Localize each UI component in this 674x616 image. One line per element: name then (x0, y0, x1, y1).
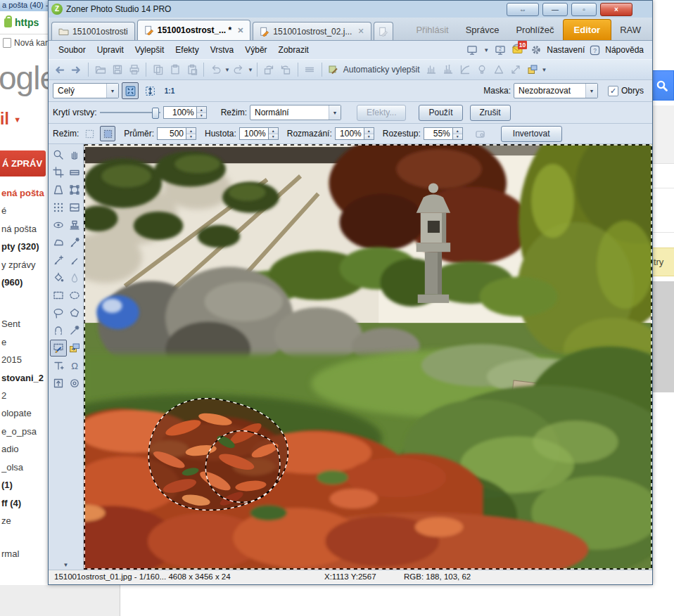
paste-as-layer-tool-icon[interactable] (66, 340, 83, 357)
monitor-icon[interactable] (466, 45, 478, 56)
gradient-filter-tool-icon[interactable] (66, 199, 83, 216)
folder-item[interactable]: rmal (1, 545, 48, 563)
menu-efekty[interactable]: Efekty (170, 43, 204, 57)
compat-mode-button[interactable]: ⇔ (507, 3, 539, 16)
folder-item[interactable]: y zprávy (1, 256, 48, 274)
retouch-brush-tool-icon[interactable] (50, 252, 67, 269)
zoom-combobox[interactable]: Celý▼ (53, 83, 119, 98)
placement-tool-icon[interactable] (50, 375, 67, 392)
magnetic-lasso-tool-icon[interactable] (50, 322, 67, 339)
minimize-button[interactable]: — (542, 3, 568, 16)
fill-bucket-tool-icon[interactable] (50, 269, 67, 286)
clone-stamp-tool-icon[interactable] (66, 217, 83, 233)
folder-item[interactable]: ná pošta (1, 220, 48, 238)
density-spinner[interactable]: 100%▲▼ (239, 127, 279, 140)
brush-mode-subtract-button[interactable] (100, 126, 115, 141)
text-tool-icon[interactable] (50, 357, 67, 374)
doc-tab-new[interactable] (374, 22, 393, 40)
effect-brush-tool-icon[interactable] (66, 234, 83, 251)
copy-button[interactable] (150, 62, 166, 78)
compose-button[interactable]: Á ZPRÁV (0, 150, 46, 177)
search-button[interactable] (651, 70, 674, 101)
tab-prohlizec[interactable]: Prohlížeč (507, 20, 562, 40)
smoothing-iron-tool-icon[interactable] (50, 234, 67, 251)
rotate-right-button[interactable] (278, 62, 294, 78)
gear-icon[interactable] (530, 44, 542, 56)
folder-item[interactable]: pty (320) (1, 238, 48, 255)
undo-button[interactable] (208, 62, 224, 78)
close-button[interactable]: × (600, 3, 632, 16)
menu-upravit[interactable]: Upravit (91, 43, 129, 57)
doc-tab-browser[interactable]: 151001ostrosti (51, 22, 135, 40)
auto-enhance-label[interactable]: Automaticky vylepšit (343, 65, 420, 75)
folder-item[interactable]: adio (1, 440, 48, 458)
photo-canvas[interactable] (84, 144, 652, 570)
opacity-spinner[interactable]: 100% ▲▼ (163, 106, 207, 119)
levels-button[interactable] (424, 62, 440, 78)
tab-raw[interactable]: RAW (611, 20, 649, 40)
pan-tool-icon[interactable] (66, 146, 83, 163)
folder-item[interactable]: 2 (1, 387, 48, 404)
ellipse-select-tool-icon[interactable] (66, 287, 83, 304)
paste-button[interactable] (167, 62, 183, 78)
canvas-area[interactable] (84, 144, 652, 570)
forward-button[interactable] (68, 62, 84, 78)
back-button[interactable] (51, 62, 68, 78)
export-button[interactable] (525, 62, 541, 78)
browser-address-bar[interactable]: https (0, 11, 52, 34)
straighten-tool-icon[interactable] (66, 164, 83, 181)
rect-select-tool-icon[interactable] (50, 287, 67, 304)
lights-button[interactable] (474, 62, 490, 78)
doc-tab-2[interactable]: 151001ostrost_02.j... ✕ (253, 22, 371, 40)
tab-prihlasit[interactable]: Přihlásit (407, 20, 457, 40)
folder-item[interactable]: olopate (1, 404, 48, 422)
perspective-tool-icon[interactable] (50, 181, 67, 198)
spacing-spinner[interactable]: 55%▲▼ (424, 127, 463, 140)
folder-item[interactable]: ená pošta (1, 184, 48, 202)
second-monitor-icon[interactable]: 2 (494, 45, 507, 56)
fit-view-button[interactable] (122, 82, 139, 99)
menu-vyber[interactable]: Výběr (239, 43, 272, 57)
undo-caret-icon[interactable]: ▼ (224, 67, 230, 73)
print-button[interactable] (126, 62, 142, 78)
settings-label[interactable]: Nastavení (547, 45, 585, 55)
redo-button[interactable] (231, 62, 247, 78)
opacity-slider[interactable] (100, 106, 160, 119)
save-button[interactable] (109, 62, 125, 78)
layer-mode-combobox[interactable]: Normální▼ (250, 105, 341, 120)
monitor-caret-icon[interactable]: ▼ (483, 47, 489, 53)
outline-checkbox[interactable]: ✓ (608, 86, 618, 96)
window-titlebar[interactable]: Z Zoner Photo Studio 14 PRO ⇔ — ▫ × (49, 1, 652, 18)
pressure-button[interactable] (473, 126, 488, 141)
spinner-arrows[interactable]: ▲▼ (364, 127, 374, 140)
apply-button[interactable]: Použít (419, 105, 462, 121)
brush-mode-add-button[interactable] (82, 126, 97, 141)
menu-soubor[interactable]: Soubor (53, 43, 91, 57)
messages-button[interactable]: 10 (511, 44, 526, 56)
cancel-button[interactable]: Zrušit (470, 105, 511, 121)
folder-item[interactable]: ff (4) (1, 494, 48, 512)
spinner-arrows[interactable]: ▲▼ (197, 106, 207, 119)
paste-special-button[interactable] (184, 62, 200, 78)
shape-tool-icon[interactable]: Ω (66, 357, 83, 374)
tab-spravce[interactable]: Správce (457, 20, 508, 40)
diameter-spinner[interactable]: 500▲▼ (157, 127, 196, 140)
folder-item[interactable]: é (1, 202, 48, 219)
selection-brush-tool-icon[interactable] (50, 340, 67, 357)
open-button[interactable] (92, 62, 108, 78)
spinner-arrows[interactable]: ▲▼ (186, 127, 196, 140)
gmail-logo-fragment[interactable]: il ▼ (0, 110, 21, 129)
folder-item[interactable]: Sent (1, 315, 48, 333)
target-tool-icon[interactable] (66, 375, 83, 392)
help-icon[interactable]: ? (590, 45, 600, 56)
close-tab-icon[interactable]: ✕ (357, 27, 364, 36)
redo-caret-icon[interactable]: ▼ (248, 67, 253, 73)
menu-vrstva[interactable]: Vrstva (205, 43, 240, 57)
polygon-lasso-tool-icon[interactable] (66, 304, 83, 321)
blur-tool-icon[interactable] (66, 269, 83, 286)
filter-tag[interactable]: ltry (650, 248, 674, 276)
curves-button[interactable] (457, 62, 473, 78)
mask-combobox[interactable]: Nezobrazovat▼ (514, 83, 598, 98)
rotate-left-button[interactable] (261, 62, 277, 78)
sharpen-button[interactable] (491, 62, 507, 78)
